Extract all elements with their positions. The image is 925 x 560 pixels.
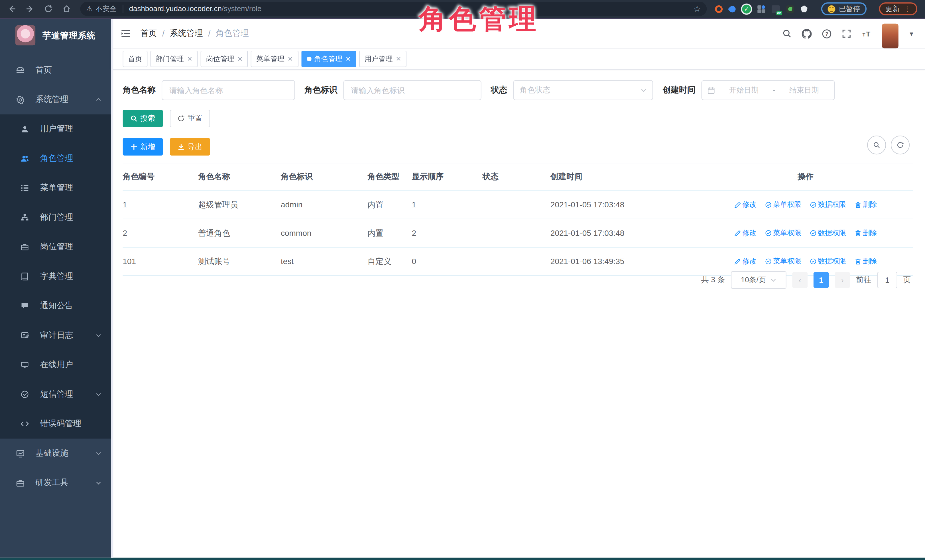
start-date-placeholder[interactable]: 开始日期 bbox=[719, 85, 769, 95]
github-icon[interactable] bbox=[802, 29, 812, 39]
browser-reload-icon[interactable] bbox=[42, 2, 55, 15]
breadcrumb-system[interactable]: 系统管理 bbox=[170, 28, 203, 39]
create-time-range-picker[interactable]: 开始日期 - 结束日期 bbox=[702, 80, 835, 100]
url-bar[interactable]: ⚠ 不安全 dashboard.yudao.iocoder.cn/system/… bbox=[80, 2, 707, 16]
close-icon[interactable]: ✕ bbox=[187, 55, 193, 63]
extension-leaf-icon[interactable] bbox=[786, 5, 794, 13]
delete-link[interactable]: 删除 bbox=[854, 200, 877, 210]
sidebar-item-online-users[interactable]: 在线用户 bbox=[0, 350, 111, 380]
browser-update-button[interactable]: 更新 ⋮ bbox=[879, 2, 917, 15]
tab-dept[interactable]: 部门管理 ✕ bbox=[151, 51, 198, 67]
sidebar-item-home[interactable]: 首页 bbox=[0, 56, 111, 85]
sidebar-item-infrastructure[interactable]: 基础设施 bbox=[0, 438, 111, 468]
cell-created: 2021-01-06 13:49:35 bbox=[550, 257, 698, 266]
sidebar-item-role-management[interactable]: 角色管理 bbox=[0, 144, 111, 173]
annotation-overlay-title: 角色管理 bbox=[419, 1, 539, 38]
reset-button[interactable]: 重置 bbox=[170, 110, 210, 127]
delete-link[interactable]: 删除 bbox=[854, 228, 877, 238]
delete-link[interactable]: 删除 bbox=[854, 256, 877, 266]
browser-forward-icon[interactable] bbox=[24, 2, 37, 15]
edit-link[interactable]: 修改 bbox=[734, 200, 756, 210]
sidebar-item-audit-log[interactable]: 审计日志 bbox=[0, 321, 111, 350]
tab-menu[interactable]: 菜单管理 ✕ bbox=[251, 51, 298, 67]
sidebar-item-dept-management[interactable]: 部门管理 bbox=[0, 203, 111, 232]
hamburger-icon[interactable] bbox=[120, 29, 131, 38]
current-page-button[interactable]: 1 bbox=[814, 272, 829, 288]
cell-role-name: 超级管理员 bbox=[198, 200, 281, 210]
table-row: 1 超级管理员 admin 内置 1 2021-01-05 17:03:48 修… bbox=[123, 191, 913, 219]
caret-down-icon[interactable]: ▼ bbox=[908, 30, 914, 37]
search-button[interactable]: 搜索 bbox=[123, 110, 163, 127]
url-separator bbox=[123, 5, 123, 13]
status-select[interactable]: 角色状态 bbox=[513, 80, 653, 100]
extension-switch-icon[interactable]: on bbox=[771, 5, 780, 13]
sidebar-item-notice[interactable]: 通知公告 bbox=[0, 291, 111, 320]
sidebar-item-system[interactable]: 系统管理 bbox=[0, 85, 111, 114]
data-permission-link[interactable]: 数据权限 bbox=[809, 228, 846, 238]
extension-grid-icon[interactable] bbox=[758, 5, 765, 13]
close-icon[interactable]: ✕ bbox=[288, 55, 293, 63]
sidebar-item-dev-tools[interactable]: 研发工具 bbox=[0, 468, 111, 497]
svg-text:?: ? bbox=[825, 31, 829, 37]
chevron-down-icon bbox=[95, 332, 101, 338]
extension-drop-icon[interactable] bbox=[728, 4, 737, 14]
menu-permission-link[interactable]: 菜单权限 bbox=[765, 256, 801, 266]
breadcrumb-home[interactable]: 首页 bbox=[140, 28, 157, 39]
edit-link[interactable]: 修改 bbox=[734, 256, 756, 266]
role-key-input[interactable] bbox=[343, 80, 481, 100]
prev-page-button[interactable]: ‹ bbox=[792, 272, 807, 288]
sidebar-item-errorcode-management[interactable]: 错误码管理 bbox=[0, 409, 111, 438]
avatar[interactable] bbox=[882, 24, 898, 48]
app-logo-row[interactable]: 芋道管理系统 bbox=[0, 19, 111, 52]
menu-permission-link[interactable]: 菜单权限 bbox=[765, 228, 801, 238]
url-path: /system/role bbox=[222, 5, 261, 13]
roles-table: 角色编号 角色名称 角色标识 角色类型 显示顺序 状态 创建时间 操作 1 超级… bbox=[123, 163, 913, 276]
sidebar-item-label: 通知公告 bbox=[40, 300, 101, 311]
add-button[interactable]: 新增 bbox=[123, 138, 163, 156]
crud-actions: 新增 导出 bbox=[123, 138, 210, 156]
sidebar-item-user-management[interactable]: 用户管理 bbox=[0, 114, 111, 144]
goto-page-input[interactable] bbox=[877, 272, 897, 288]
sidebar-item-menu-management[interactable]: 菜单管理 bbox=[0, 173, 111, 203]
data-permission-link[interactable]: 数据权限 bbox=[809, 200, 846, 210]
browser-back-icon[interactable] bbox=[5, 2, 18, 15]
next-page-button[interactable]: › bbox=[835, 272, 850, 288]
data-permission-link[interactable]: 数据权限 bbox=[809, 256, 846, 266]
extension-check-icon[interactable]: ✓ bbox=[742, 5, 751, 14]
refresh-button[interactable] bbox=[891, 135, 910, 155]
bookmark-star-icon[interactable]: ☆ bbox=[693, 4, 701, 14]
tab-post[interactable]: 岗位管理 ✕ bbox=[201, 51, 248, 67]
menu-permission-link[interactable]: 菜单权限 bbox=[765, 200, 801, 210]
page-size-select[interactable]: 10条/页 bbox=[731, 271, 786, 289]
navbar-actions: ? TT ▼ bbox=[782, 21, 914, 46]
role-name-input[interactable] bbox=[162, 80, 295, 100]
tab-role-active[interactable]: 角色管理 ✕ bbox=[301, 51, 356, 67]
search-icon[interactable] bbox=[782, 29, 792, 38]
role-name-label: 角色名称 bbox=[123, 85, 156, 95]
tab-user[interactable]: 用户管理 ✕ bbox=[359, 51, 407, 67]
font-size-icon[interactable]: TT bbox=[862, 29, 872, 38]
close-icon[interactable]: ✕ bbox=[396, 55, 401, 63]
tab-home[interactable]: 首页 bbox=[123, 51, 148, 67]
sidebar-item-post-management[interactable]: 岗位管理 bbox=[0, 232, 111, 261]
sidebar-item-dict-management[interactable]: 字典管理 bbox=[0, 262, 111, 291]
col-status: 状态 bbox=[483, 171, 550, 182]
close-icon[interactable]: ✕ bbox=[345, 55, 351, 63]
help-icon[interactable]: ? bbox=[822, 29, 832, 39]
circle-check-icon bbox=[20, 390, 29, 399]
export-button[interactable]: 导出 bbox=[170, 138, 210, 156]
browser-menu-icon[interactable]: ⋮ bbox=[904, 5, 911, 13]
briefcase-icon bbox=[20, 242, 29, 252]
table-toolbar bbox=[867, 135, 910, 155]
close-icon[interactable]: ✕ bbox=[237, 55, 243, 63]
edit-link[interactable]: 修改 bbox=[734, 228, 756, 238]
hide-search-button[interactable] bbox=[867, 135, 886, 155]
not-secure-warning[interactable]: ⚠ 不安全 bbox=[86, 4, 117, 14]
end-date-placeholder[interactable]: 结束日期 bbox=[779, 85, 829, 95]
extensions-pin-icon[interactable] bbox=[800, 5, 807, 12]
recorder-paused-badge[interactable]: 已暂停 bbox=[821, 2, 866, 15]
extension-orange-icon[interactable] bbox=[715, 5, 723, 13]
fullscreen-icon[interactable] bbox=[842, 29, 851, 38]
sidebar-item-sms-management[interactable]: 短信管理 bbox=[0, 380, 111, 409]
browser-home-icon[interactable] bbox=[60, 2, 73, 15]
